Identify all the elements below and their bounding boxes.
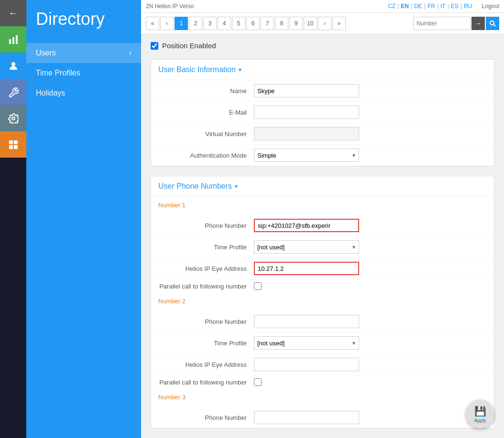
email-field-wrapper — [254, 106, 359, 119]
search-button[interactable] — [486, 17, 499, 30]
lang-de[interactable]: DE — [414, 3, 422, 10]
phone-3-input[interactable] — [254, 411, 359, 424]
phone-3-label: Phone Number — [158, 414, 254, 421]
lang-ru[interactable]: RU — [464, 3, 472, 10]
parallel-1-row: Parallel call to following number — [151, 279, 494, 293]
user-basic-header[interactable]: User Basic Information ▾ — [151, 60, 494, 80]
phone-2-field-wrapper — [254, 315, 359, 328]
page-4[interactable]: 4 — [218, 17, 231, 30]
page-7[interactable]: 7 — [261, 17, 274, 30]
virtual-number-row: Virtual Number — [151, 123, 494, 145]
users-icon[interactable] — [0, 53, 26, 79]
search-go-button[interactable]: → — [471, 17, 485, 30]
logout-button[interactable]: Logout — [482, 3, 499, 10]
helios-1-row: Helios IP Eye Address — [151, 258, 494, 279]
parallel-2-row: Parallel call to following number — [151, 375, 494, 389]
helios-1-input[interactable] — [254, 262, 359, 275]
page-2[interactable]: 2 — [189, 17, 202, 30]
user-phone-section: User Phone Numbers ▾ Number 1 Phone Numb… — [151, 176, 494, 428]
name-field-wrapper — [254, 84, 359, 97]
number-2-label: Number 2 — [158, 298, 487, 305]
search-input[interactable] — [413, 17, 471, 30]
page-1[interactable]: 1 — [175, 17, 188, 30]
icon-bar: ← — [0, 0, 26, 438]
helios-2-row: Helios IP Eye Address — [151, 354, 494, 375]
page-last[interactable]: » — [332, 17, 346, 30]
number-3-section: Number 3 — [151, 389, 494, 407]
tools-icon[interactable] — [0, 79, 26, 105]
sidebar-item-time-profiles[interactable]: Time Profiles — [26, 63, 141, 83]
page-first[interactable]: « — [146, 17, 159, 30]
sidebar-item-holidays[interactable]: Holidays — [26, 83, 141, 103]
svg-rect-1 — [12, 37, 14, 44]
time-profile-2-select[interactable]: [not used] Profile 1 Profile 2 — [254, 336, 359, 350]
page-prev[interactable]: ‹ — [160, 17, 174, 30]
lang-cz[interactable]: CZ — [388, 3, 395, 10]
time-profile-2-row: Time Profile [not used] Profile 1 Profil… — [151, 332, 494, 354]
lang-fr[interactable]: FR — [427, 3, 435, 10]
phone-2-input[interactable] — [254, 315, 359, 328]
phone-2-label: Phone Number — [158, 318, 254, 325]
collapse-icon: ▾ — [239, 66, 241, 73]
auth-mode-label: Authentication Mode — [158, 152, 254, 159]
save-icon: 💾 — [474, 406, 486, 417]
time-profile-1-select[interactable]: [not used] Profile 1 Profile 2 — [254, 240, 359, 254]
helios-2-label: Helios IP Eye Address — [158, 361, 254, 368]
virtual-number-input — [254, 127, 359, 140]
gear-icon[interactable] — [0, 105, 26, 131]
auth-mode-row: Authentication Mode Simple Advanced — [151, 145, 494, 166]
time-profile-2-select-wrapper: [not used] Profile 1 Profile 2 — [254, 336, 359, 350]
helios-2-input[interactable] — [254, 358, 359, 371]
position-enabled-checkbox[interactable] — [151, 42, 158, 50]
svg-rect-7 — [9, 145, 13, 149]
parallel-2-checkbox[interactable] — [254, 378, 262, 386]
language-bar: CZ | EN | DE | FR | IT | ES | RU Logout — [388, 3, 499, 10]
time-profile-2-label: Time Profile — [158, 340, 254, 347]
auth-mode-select[interactable]: Simple Advanced — [254, 149, 359, 162]
auth-mode-field-wrapper: Simple Advanced — [254, 149, 359, 162]
position-enabled-row: Position Enabled — [151, 42, 494, 50]
page-6[interactable]: 6 — [246, 17, 260, 30]
phone-3-field-wrapper — [254, 411, 359, 424]
name-row: Name — [151, 80, 494, 102]
phone-3-row: Phone Number — [151, 407, 494, 428]
svg-point-9 — [490, 21, 494, 25]
phone-collapse-icon: ▾ — [235, 183, 238, 190]
sidebar-item-users[interactable]: Users › — [26, 43, 141, 63]
parallel-1-checkbox[interactable] — [254, 282, 262, 290]
number-2-section: Number 2 — [151, 293, 494, 311]
top-bar: 2N Helios IP Verso CZ | EN | DE | FR | I… — [141, 0, 504, 13]
email-input[interactable] — [254, 106, 359, 119]
page-10[interactable]: 10 — [304, 17, 317, 30]
app-name: 2N Helios IP Verso — [146, 3, 194, 10]
svg-point-4 — [12, 117, 15, 120]
user-phone-header[interactable]: User Phone Numbers ▾ — [151, 176, 494, 197]
time-profile-2-wrapper: [not used] Profile 1 Profile 2 — [254, 336, 359, 350]
parallel-1-label: Parallel call to following number — [158, 283, 254, 290]
page-3[interactable]: 3 — [203, 17, 217, 30]
page-8[interactable]: 8 — [275, 17, 288, 30]
page-9[interactable]: 9 — [289, 17, 303, 30]
svg-rect-6 — [14, 140, 18, 144]
name-input[interactable] — [254, 84, 359, 97]
main-content: 2N Helios IP Verso CZ | EN | DE | FR | I… — [141, 0, 504, 438]
number-1-section: Number 1 — [151, 197, 494, 215]
number-1-label: Number 1 — [158, 202, 487, 209]
page-next[interactable]: › — [318, 17, 331, 30]
virtual-number-field-wrapper — [254, 127, 359, 140]
phone-2-row: Phone Number — [151, 311, 494, 332]
back-button[interactable]: ← — [0, 0, 26, 26]
lang-en[interactable]: EN — [401, 3, 409, 10]
grid-icon[interactable] — [0, 131, 26, 158]
bar-chart-icon[interactable] — [0, 26, 26, 53]
svg-rect-8 — [14, 145, 18, 149]
phone-1-row: Phone Number — [151, 215, 494, 236]
content-area: Position Enabled User Basic Information … — [141, 34, 504, 438]
lang-es[interactable]: ES — [451, 3, 459, 10]
lang-it[interactable]: IT — [440, 3, 446, 10]
time-profile-1-label: Time Profile — [158, 244, 254, 251]
page-5[interactable]: 5 — [232, 17, 245, 30]
phone-1-input[interactable] — [254, 219, 359, 232]
helios-1-field-wrapper — [254, 262, 359, 275]
apply-button[interactable]: 💾 Apply — [466, 400, 494, 428]
